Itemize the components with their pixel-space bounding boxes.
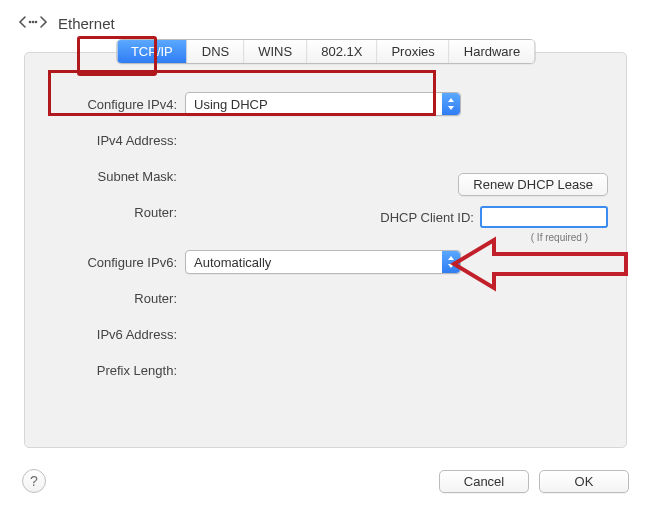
chevron-updown-icon (442, 93, 460, 115)
tab-proxies[interactable]: Proxies (377, 40, 449, 63)
tab-wins[interactable]: WINS (244, 40, 307, 63)
svg-marker-5 (448, 256, 454, 260)
chevron-updown-icon (442, 251, 460, 273)
ok-button[interactable]: OK (539, 470, 629, 493)
configure-ipv6-select[interactable]: Automatically (185, 250, 461, 274)
ipv4-address-label: IPv4 Address: (47, 133, 185, 148)
svg-marker-3 (448, 98, 454, 102)
page-title: Ethernet (58, 15, 115, 32)
tab-bar: TCP/IP DNS WINS 802.1X Proxies Hardware (116, 39, 535, 64)
configure-ipv6-label: Configure IPv6: (47, 255, 185, 270)
tab-dns[interactable]: DNS (188, 40, 244, 63)
tab-tcpip[interactable]: TCP/IP (117, 40, 188, 63)
svg-marker-6 (448, 264, 454, 268)
svg-point-2 (35, 21, 38, 24)
cancel-button[interactable]: Cancel (439, 470, 529, 493)
configure-ipv6-value: Automatically (194, 255, 271, 270)
help-button[interactable]: ? (22, 469, 46, 493)
tab-hardware[interactable]: Hardware (450, 40, 534, 63)
ipv6-address-label: IPv6 Address: (47, 327, 185, 342)
configure-ipv4-label: Configure IPv4: (47, 97, 185, 112)
ipv4-router-label: Router: (47, 205, 185, 220)
settings-panel: TCP/IP DNS WINS 802.1X Proxies Hardware … (24, 52, 627, 448)
ethernet-icon (18, 12, 48, 35)
configure-ipv4-value: Using DHCP (194, 97, 268, 112)
tab-8021x[interactable]: 802.1X (307, 40, 377, 63)
svg-point-1 (32, 21, 35, 24)
dhcp-client-id-label: DHCP Client ID: (380, 210, 474, 225)
svg-marker-4 (448, 106, 454, 110)
ipv6-router-label: Router: (47, 291, 185, 306)
subnet-mask-label: Subnet Mask: (47, 169, 185, 184)
dhcp-client-id-input[interactable] (480, 206, 608, 228)
prefix-length-label: Prefix Length: (47, 363, 185, 378)
configure-ipv4-select[interactable]: Using DHCP (185, 92, 461, 116)
renew-dhcp-lease-button[interactable]: Renew DHCP Lease (458, 173, 608, 196)
if-required-hint: ( If required ) (426, 232, 588, 243)
svg-point-0 (29, 21, 32, 24)
